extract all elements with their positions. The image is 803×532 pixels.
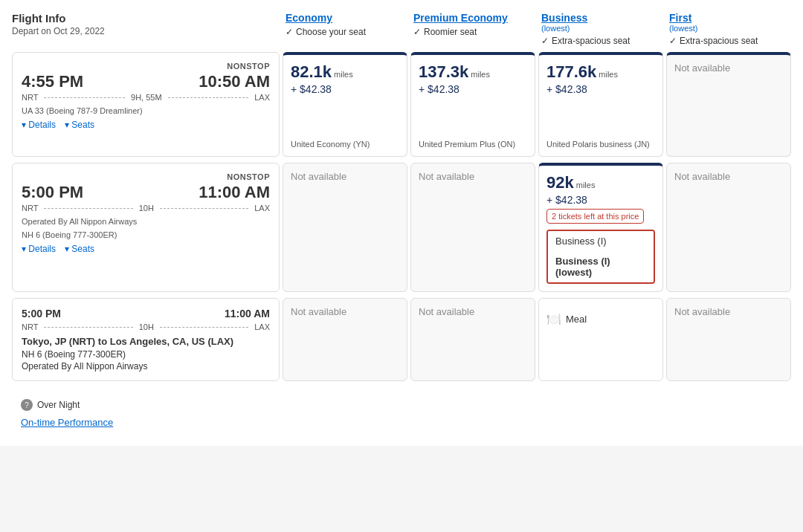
seats-link-flight2[interactable]: ▾ Seats xyxy=(65,244,94,254)
fare-brand-flight1-premium: United Premium Plus (ON) xyxy=(419,140,527,149)
seats-link-flight1[interactable]: ▾ Seats xyxy=(65,120,94,130)
exp-aircraft: NH 6 (Boeing 777-300ER) xyxy=(22,349,270,360)
fare-label-first[interactable]: First xyxy=(669,12,785,24)
exp-duration: 10H xyxy=(139,322,154,331)
fare-cell-flight2-premium: Not available xyxy=(410,163,535,292)
exp-na-economy: Not available xyxy=(291,306,346,317)
exp-fare-cell-first: Not available xyxy=(666,298,791,381)
flight-left-flight2: NONSTOP 5:00 PM 11:00 AM NRT 10H LAX Ope… xyxy=(12,163,280,292)
exp-dep-time: 5:00 PM xyxy=(22,308,61,319)
nonstop-badge-flight2: NONSTOP xyxy=(22,172,270,181)
fare-cell-flight2-first: Not available xyxy=(666,163,791,292)
exp-operated-by: Operated By All Nippon Airways xyxy=(22,361,270,372)
exp-fare-cell-premium: Not available xyxy=(410,298,535,381)
fare-sublabel-first: (lowest) xyxy=(669,24,785,33)
price-flight2-business: + $42.38 xyxy=(546,194,655,206)
miles-label-flight1-economy: miles xyxy=(334,70,353,79)
fare-brand-flight1-economy: United Economy (YN) xyxy=(291,140,399,149)
fare-benefit-first: ✓Extra-spacious seat xyxy=(669,36,785,46)
details-link-flight1[interactable]: ▾ Details xyxy=(22,120,56,130)
fare-cell-flight1-economy[interactable]: 82.1k miles + $42.38 United Economy (YN) xyxy=(283,52,407,157)
fare-sublabel-business: (lowest) xyxy=(541,24,657,33)
arr-time-flight2: 11:00 AM xyxy=(199,183,270,202)
exp-na-premium: Not available xyxy=(419,306,474,317)
fare-cell-flight2-economy: Not available xyxy=(283,163,407,292)
fare-cell-flight1-premium[interactable]: 137.3k miles + $42.38 United Premium Plu… xyxy=(410,52,535,157)
miles-label-flight2-business: miles xyxy=(576,181,596,189)
price-flight1-business: + $42.38 xyxy=(546,83,655,95)
duration-flight2: 10H xyxy=(139,204,154,213)
not-available-flight2-premium: Not available xyxy=(419,171,474,182)
exp-fare-cell-business[interactable]: 🍽️ Meal xyxy=(538,298,663,381)
exp-dest: LAX xyxy=(254,322,270,331)
fare-cells-flight2: Not availableNot available 92k miles + $… xyxy=(280,163,791,292)
fare-benefit-premium: ✓Roomier seat xyxy=(413,27,529,37)
details-link-flight2[interactable]: ▾ Details xyxy=(22,244,56,254)
fare-cell-flight1-business[interactable]: 177.6k miles + $42.38 United Polaris bus… xyxy=(538,52,663,157)
meal-row: 🍽️ Meal xyxy=(546,312,655,326)
dest-flight1: LAX xyxy=(254,93,270,102)
origin-flight1: NRT xyxy=(22,93,38,102)
aircraft-flight2: NH 6 (Boeing 777-300ER) xyxy=(22,230,270,239)
flight-info-title: Flight Info xyxy=(12,12,280,25)
exp-arr-time: 11:00 AM xyxy=(225,308,270,319)
miles-label-flight1-premium: miles xyxy=(471,70,490,79)
tickets-left-flight2-business: 2 tickets left at this price xyxy=(546,209,644,224)
flight-left-flight1: NONSTOP 4:55 PM 10:50 AM NRT 9H, 55M LAX… xyxy=(12,52,280,157)
not-available-flight2-first: Not available xyxy=(674,171,730,182)
fare-label-premium[interactable]: Premium Economy xyxy=(413,12,529,24)
miles-label-flight1-business: miles xyxy=(599,70,618,79)
aircraft-flight1: UA 33 (Boeing 787-9 Dreamliner) xyxy=(22,106,270,115)
miles-flight1-business: 177.6k xyxy=(546,62,596,82)
fare-benefit-economy: ✓Choose your seat xyxy=(286,27,402,37)
price-flight1-premium: + $42.38 xyxy=(419,83,527,95)
duration-flight1: 9H, 55M xyxy=(131,93,162,102)
on-time-link[interactable]: On-time Performance xyxy=(21,417,271,428)
fare-col-header-economy: Economy ✓Choose your seat xyxy=(280,12,407,46)
fare-cell-flight2-business[interactable]: 92k miles + $42.38 2 tickets left at thi… xyxy=(538,163,663,292)
dest-flight2: LAX xyxy=(254,204,270,213)
nonstop-badge-flight1: NONSTOP xyxy=(22,62,270,71)
fare-col-header-premium: Premium Economy ✓Roomier seat xyxy=(407,12,535,46)
fare-cells-flight1: 82.1k miles + $42.38 United Economy (YN)… xyxy=(280,52,791,157)
origin-flight2: NRT xyxy=(22,204,38,213)
exp-na-first: Not available xyxy=(674,306,730,317)
overnight-help-icon[interactable]: ? xyxy=(21,399,33,411)
fare-brand-flight1-business: United Polaris business (JN) xyxy=(546,140,655,149)
expanded-left: 5:00 PM 11:00 AM NRT 10H LAX Tokyo, JP (… xyxy=(12,298,280,381)
flight-info-date: Depart on Oct 29, 2022 xyxy=(12,26,280,36)
dropdown-item-0[interactable]: Business (I) xyxy=(548,231,654,251)
on-time-performance-link[interactable]: On-time Performance xyxy=(21,417,113,428)
fare-col-header-first: First (lowest) ✓Extra-spacious seat xyxy=(663,12,791,46)
operated-by-flight2: Operated By All Nippon Airways xyxy=(22,217,270,226)
exp-fare-cell-economy: Not available xyxy=(283,298,407,381)
not-available-flight1-first: Not available xyxy=(674,62,730,74)
fare-label-business[interactable]: Business xyxy=(541,12,657,24)
fare-cell-flight1-first: Not available xyxy=(666,52,791,157)
dropdown-item-1[interactable]: Business (I) (lowest) xyxy=(548,251,654,282)
meal-icon: 🍽️ xyxy=(546,312,561,326)
fare-col-header-business: Business (lowest) ✓Extra-spacious seat xyxy=(535,12,663,46)
dep-time-flight2: 5:00 PM xyxy=(22,183,83,202)
overnight-label: Over Night xyxy=(37,400,80,410)
miles-flight1-premium: 137.3k xyxy=(419,62,468,82)
exp-route: Tokyo, JP (NRT) to Los Angeles, CA, US (… xyxy=(22,336,270,347)
meal-label: Meal xyxy=(566,314,587,325)
dep-time-flight1: 4:55 PM xyxy=(22,72,83,91)
arr-time-flight1: 10:50 AM xyxy=(199,72,270,91)
exp-origin: NRT xyxy=(22,322,38,331)
price-flight1-economy: + $42.38 xyxy=(291,83,399,95)
overnight-row: ? Over Night xyxy=(21,399,271,411)
fare-label-economy[interactable]: Economy xyxy=(286,12,402,24)
fare-benefit-business: ✓Extra-spacious seat xyxy=(541,36,657,46)
miles-flight2-business: 92k xyxy=(546,173,574,192)
not-available-flight2-economy: Not available xyxy=(291,171,346,182)
fare-dropdown-flight2-business[interactable]: Business (I)Business (I) (lowest) xyxy=(546,230,655,284)
expanded-fare-cells: Not availableNot available 🍽️ Meal Not a… xyxy=(280,298,791,381)
miles-flight1-economy: 82.1k xyxy=(291,62,332,82)
